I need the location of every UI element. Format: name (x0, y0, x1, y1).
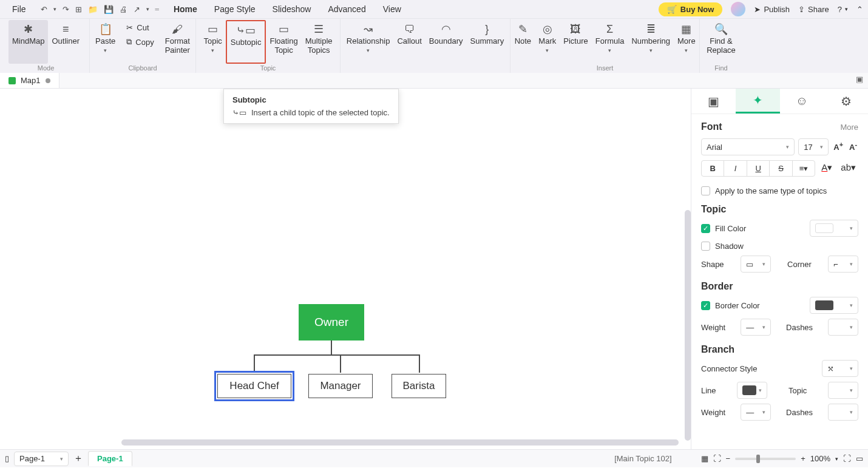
undo-dropdown-icon[interactable]: ▾ (52, 5, 58, 13)
export-icon[interactable]: ↗ (132, 4, 141, 15)
print-icon[interactable]: 🖨 (118, 4, 129, 15)
fill-color-checkbox[interactable]: ✓ (701, 224, 710, 233)
add-page-button[interactable]: ＋ (73, 452, 83, 465)
menu-file[interactable]: File (5, 2, 33, 16)
relationship-button[interactable]: ↝ Relationship ▾ (343, 20, 394, 64)
document-tab[interactable]: Map1 (0, 73, 59, 88)
mindmap-button[interactable]: ✱ MindMap (8, 20, 48, 64)
sidetab-style[interactable]: ✦ (736, 89, 780, 114)
new-icon[interactable]: ⊞ (74, 4, 83, 15)
open-icon[interactable]: 📁 (87, 4, 99, 15)
node-manager[interactable]: Manager (308, 374, 373, 398)
case-button[interactable]: ab▾ (838, 160, 858, 175)
fullscreen-icon[interactable]: ⛶ (843, 454, 851, 463)
publish-button[interactable]: ➤ Publish (754, 5, 790, 14)
menu-view[interactable]: View (376, 2, 409, 16)
multiple-topics-label: Multiple Topics (305, 37, 333, 55)
shape-dropdown[interactable]: ▭▾ (741, 256, 771, 273)
topic-button[interactable]: ▭ Topic ▾ (200, 20, 226, 64)
minimize-icon[interactable]: ▭ (856, 454, 863, 463)
sidetab-icons[interactable]: ☺ (780, 89, 824, 114)
zoom-dropdown-icon[interactable]: ▾ (835, 456, 838, 462)
buy-now-button[interactable]: 🛒 Buy Now (659, 2, 723, 16)
cut-button[interactable]: ✂ Cut (123, 21, 157, 34)
border-dashes-dropdown[interactable]: ▾ (828, 319, 858, 336)
canvas[interactable]: Subtopic ⤷▭ Insert a child topic of the … (0, 89, 691, 449)
font-more-link[interactable]: More (840, 123, 858, 132)
zoom-value[interactable]: 100% (810, 454, 830, 463)
zoom-thumb[interactable] (756, 455, 760, 463)
border-weight-dropdown[interactable]: —▾ (741, 319, 771, 336)
outliner-button[interactable]: ≡ Outliner (48, 20, 83, 64)
underline-button[interactable]: U (747, 161, 770, 176)
redo-icon[interactable]: ↷ (61, 4, 70, 15)
zoom-slider[interactable] (735, 458, 796, 460)
help-button[interactable]: ? ▾ (838, 5, 848, 14)
callout-button[interactable]: 🗨 Callout (393, 20, 425, 64)
save-icon[interactable]: 💾 (103, 4, 115, 15)
border-color-dropdown[interactable]: ▾ (810, 297, 858, 314)
summary-button[interactable]: } Summary (467, 20, 508, 64)
numbering-button[interactable]: ≣ Numbering ▾ (628, 20, 674, 64)
apply-same-type-checkbox[interactable] (701, 186, 710, 195)
menu-slideshow[interactable]: Slideshow (265, 2, 319, 16)
undo-icon[interactable]: ↶ (39, 4, 49, 15)
node-barista[interactable]: Barista (392, 374, 446, 398)
paste-button[interactable]: 📋 Paste ▾ (92, 20, 119, 64)
sidetab-settings[interactable]: ⚙ (824, 89, 868, 114)
format-painter-button[interactable]: 🖌 Format Painter (161, 20, 194, 64)
collapse-ribbon-icon[interactable]: ⌃ (856, 5, 863, 14)
node-head-chef[interactable]: Head Chef (217, 374, 291, 398)
page-tab[interactable]: Page-1 (88, 451, 132, 466)
presentation-icon[interactable]: ▦ (701, 454, 708, 463)
qat-customize-icon[interactable]: ═ (154, 5, 160, 13)
connector-style-dropdown[interactable]: ⤲▾ (822, 360, 858, 377)
boundary-button[interactable]: ◠ Boundary (426, 20, 467, 64)
subtopic-button[interactable]: ⤷▭ Subtopic (226, 20, 266, 64)
zoom-in-button[interactable]: + (801, 454, 805, 463)
fill-color-dropdown[interactable]: ▾ (810, 220, 858, 237)
menu-page-style[interactable]: Page Style (207, 2, 263, 16)
formula-button[interactable]: Σ Formula ▾ (592, 20, 628, 64)
font-family-dropdown[interactable]: Arial ▾ (701, 138, 795, 155)
border-color-swatch (815, 300, 833, 310)
avatar[interactable] (731, 2, 745, 16)
font-color-button[interactable]: A▾ (819, 160, 835, 175)
font-size-dropdown[interactable]: 17 ▾ (798, 138, 829, 155)
page-selector-dropdown[interactable]: Page-1 ▾ (14, 452, 69, 466)
picture-button[interactable]: 🖼 Picture (560, 20, 591, 64)
fit-page-icon[interactable]: ⛶ (713, 454, 721, 463)
italic-button[interactable]: I (724, 161, 747, 176)
floating-topic-icon: ▭ (279, 22, 289, 36)
increase-font-button[interactable]: A+ (832, 138, 844, 155)
find-replace-button[interactable]: 🔍 Find & Replace (703, 20, 739, 64)
strike-button[interactable]: S (770, 161, 792, 176)
share-button[interactable]: ⇪ Share (798, 5, 829, 14)
export-dropdown-icon[interactable]: ▾ (145, 5, 151, 13)
align-button[interactable]: ≡▾ (793, 161, 815, 176)
panel-toggle-icon[interactable]: ▣ (856, 75, 863, 84)
copy-button[interactable]: ⧉ Copy (123, 35, 157, 49)
menu-home[interactable]: Home (166, 2, 205, 16)
corner-dropdown[interactable]: ⌐▾ (828, 256, 858, 273)
mark-button[interactable]: ◎ Mark ▾ (535, 20, 560, 64)
more-button[interactable]: ▦ More ▾ (674, 20, 699, 64)
decrease-font-button[interactable]: A- (848, 138, 858, 155)
floating-topic-button[interactable]: ▭ Floating Topic (266, 20, 301, 64)
branch-weight-dropdown[interactable]: —▾ (741, 404, 771, 421)
horizontal-scrollbar[interactable] (121, 439, 679, 446)
outline-pane-icon[interactable]: ▯ (5, 454, 9, 463)
shadow-checkbox[interactable] (701, 242, 710, 251)
branch-line-dropdown[interactable]: ▾ (737, 382, 767, 399)
note-button[interactable]: ✎ Note (510, 20, 535, 64)
sidetab-page[interactable]: ▣ (691, 89, 736, 114)
vertical-scrollbar[interactable] (685, 210, 691, 441)
menu-advanced[interactable]: Advanced (320, 2, 373, 16)
shape-label: Shape (701, 260, 724, 269)
zoom-out-button[interactable]: − (726, 454, 731, 463)
multiple-topics-button[interactable]: ☰ Multiple Topics (302, 20, 336, 64)
branch-dashes-dropdown[interactable]: ▾ (828, 404, 858, 421)
border-color-checkbox[interactable]: ✓ (701, 301, 710, 310)
node-owner[interactable]: Owner (299, 304, 364, 341)
bold-button[interactable]: B (702, 161, 724, 176)
